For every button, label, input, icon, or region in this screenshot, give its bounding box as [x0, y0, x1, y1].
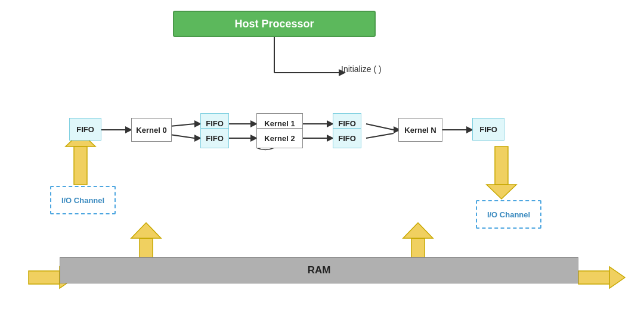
svg-marker-30: [29, 271, 60, 284]
kernel0-box: Kernel 0: [131, 118, 172, 142]
host-processor-box: Host Processor: [173, 11, 376, 37]
fifo3-box: FIFO: [200, 128, 229, 148]
svg-marker-32: [578, 271, 609, 284]
svg-line-5: [170, 124, 194, 126]
svg-line-19: [366, 133, 394, 138]
svg-marker-25: [131, 223, 161, 238]
svg-marker-33: [609, 267, 625, 288]
fifo6-box: FIFO: [472, 118, 504, 141]
fifo1-box: FIFO: [69, 118, 101, 141]
io-channel-1: I/O Channel: [50, 186, 116, 214]
io-channel-2: I/O Channel: [476, 200, 541, 229]
svg-line-7: [170, 135, 194, 138]
svg-marker-29: [487, 185, 516, 199]
svg-marker-22: [74, 146, 87, 185]
host-processor-label: Host Processor: [234, 18, 314, 30]
ram-bar: RAM: [60, 257, 578, 283]
svg-marker-27: [403, 223, 433, 238]
svg-line-17: [366, 124, 394, 130]
fifo5-box: FIFO: [333, 128, 361, 148]
svg-marker-28: [495, 146, 508, 185]
kernelN-box: Kernel N: [398, 118, 442, 142]
initialize-label: Initialize ( ): [341, 64, 382, 74]
diagram-container: Host Processor Initialize ( ): [0, 0, 644, 318]
kernel2-box: Kernel 2: [256, 128, 303, 148]
